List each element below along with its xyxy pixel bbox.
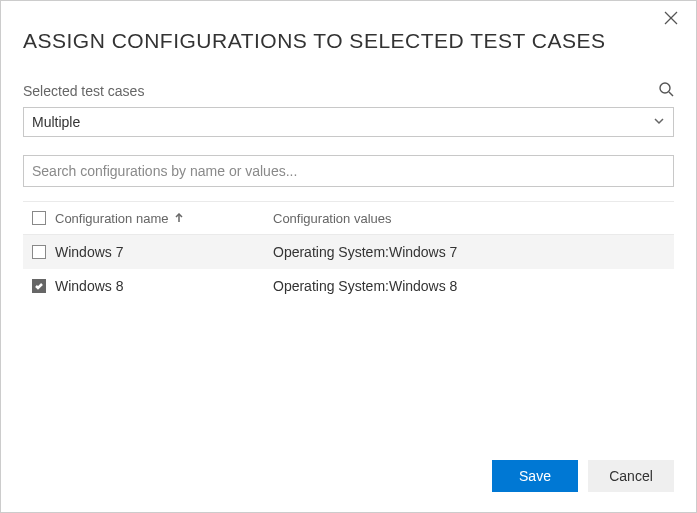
row-checkbox[interactable] [32,245,46,259]
select-all-checkbox[interactable] [32,211,46,225]
dialog-title: ASSIGN CONFIGURATIONS TO SELECTED TEST C… [23,29,674,53]
dialog-footer: Save Cancel [492,460,674,492]
config-name-cell: Windows 7 [55,244,273,260]
svg-point-2 [660,83,670,93]
column-header-values-label: Configuration values [273,211,392,226]
selected-cases-label: Selected test cases [23,83,144,99]
table-row[interactable]: Windows 8Operating System:Windows 8 [23,269,674,303]
search-icon[interactable] [658,81,674,101]
selected-cases-dropdown[interactable]: Multiple [23,107,674,137]
column-header-name[interactable]: Configuration name [55,211,273,226]
column-header-values[interactable]: Configuration values [273,211,674,226]
row-checkbox[interactable] [32,279,46,293]
search-configurations-input[interactable] [23,155,674,187]
save-button[interactable]: Save [492,460,578,492]
selected-cases-value: Multiple [32,114,80,130]
close-icon [664,11,678,28]
table-header: Configuration name Configuration values [23,201,674,235]
selected-cases-row: Selected test cases [23,81,674,101]
sort-ascending-icon [174,211,184,226]
config-values-cell: Operating System:Windows 8 [273,278,674,294]
close-button[interactable] [664,11,682,29]
column-header-name-label: Configuration name [55,211,168,226]
config-values-cell: Operating System:Windows 7 [273,244,674,260]
config-name-cell: Windows 8 [55,278,273,294]
assign-configurations-dialog: ASSIGN CONFIGURATIONS TO SELECTED TEST C… [0,0,697,513]
configurations-table: Configuration name Configuration values … [23,201,674,303]
table-row[interactable]: Windows 7Operating System:Windows 7 [23,235,674,269]
cancel-button[interactable]: Cancel [588,460,674,492]
chevron-down-icon [653,114,665,130]
svg-line-3 [669,92,673,96]
